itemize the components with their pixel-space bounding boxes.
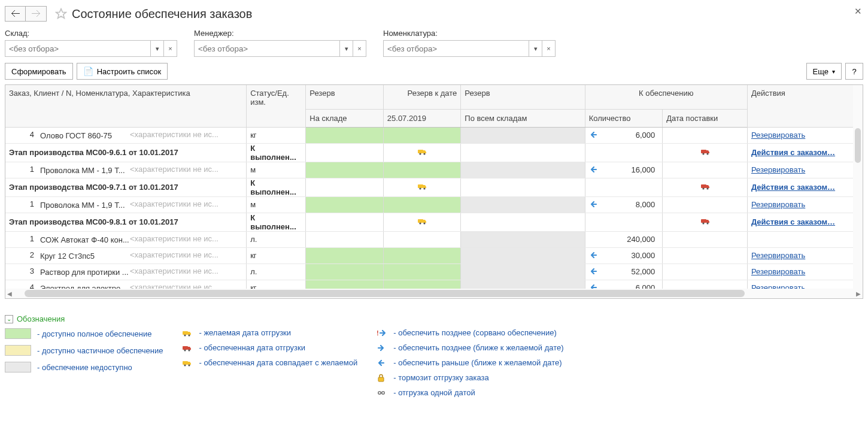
legend-text: - отгрузка одной датой: [393, 388, 475, 397]
link-icon: [375, 389, 387, 397]
lock-icon: [375, 374, 387, 382]
filter-warehouse-input[interactable]: [5, 40, 151, 57]
col-order[interactable]: Заказ, Клиент / N, Номенклатура, Характе…: [5, 85, 247, 127]
table-row[interactable]: 3Раствор для протирки ...<характеристики…: [5, 264, 854, 280]
legend-collapse-icon[interactable]: ⌄: [5, 315, 13, 323]
col-reserve3[interactable]: Резерв: [461, 85, 585, 109]
legend-text: - обеспечение недоступно: [37, 363, 132, 372]
legend-text: - доступно полное обеспечение: [37, 329, 152, 338]
chevron-down-icon: ▾: [832, 68, 835, 75]
legend: ⌄ Обозначения - доступно полное обеспече…: [5, 314, 863, 397]
reserve-link[interactable]: Резервировать: [751, 131, 805, 140]
table-row[interactable]: 1Проволока ММ - 1,9 Т...<характеристики …: [5, 162, 854, 178]
col-reserve-date[interactable]: 25.07.2019: [383, 109, 461, 127]
filter-item-label: Номенклатура:: [383, 29, 556, 38]
filter-item: Номенклатура: ▾ ×: [383, 29, 556, 57]
legend-title: Обозначения: [17, 314, 65, 323]
arrow-alert-icon: !: [375, 329, 387, 337]
favorite-star-icon[interactable]: [55, 8, 67, 20]
col-actions[interactable]: Действия: [747, 85, 854, 127]
legend-text: - желаемая дата отгрузки: [199, 328, 291, 337]
nav-forward-button[interactable]: 🡢: [26, 6, 47, 22]
swatch-yellow: [5, 345, 31, 356]
filter-manager-clear[interactable]: ×: [353, 40, 366, 57]
reserve-link[interactable]: Резервировать: [751, 251, 805, 260]
col-to-supply[interactable]: К обеспечению: [585, 85, 747, 109]
svg-marker-7: [56, 9, 66, 19]
reserve-link[interactable]: Резервировать: [751, 165, 805, 174]
legend-text: - обеспеченная дата отгрузки: [199, 343, 305, 352]
nav-back-button[interactable]: 🡠: [5, 6, 26, 22]
table-row[interactable]: 1Проволока ММ - 1,9 Т...<характеристики …: [5, 196, 854, 213]
filter-manager-label: Менеджер:: [194, 29, 366, 38]
legend-text: - обеспечить раньше (ближе к желаемой да…: [393, 358, 562, 367]
customize-list-button[interactable]: 📄Настроить список: [77, 63, 168, 80]
arrow-left-icon: [375, 359, 387, 367]
help-button-label: ?: [852, 67, 856, 76]
reserve-link[interactable]: Резервировать: [751, 200, 805, 209]
horizontal-scrollbar[interactable]: ◀ ▶: [5, 289, 863, 298]
legend-text: - обеспеченная дата совпадает с желаемой: [199, 358, 357, 367]
more-button-label: Еще: [813, 67, 828, 76]
svg-text:!: !: [377, 329, 379, 337]
table-row[interactable]: 1СОЖ Автокат Ф-40 кон...<характеристики …: [5, 231, 854, 247]
page-title: Состояние обеспечения заказов: [72, 7, 252, 21]
truck-yellow-icon: [181, 329, 193, 337]
order-actions-link[interactable]: Действия с заказом…: [751, 148, 835, 157]
legend-text: - тормозит отгрузку заказа: [393, 373, 489, 382]
filter-item-input[interactable]: [383, 40, 529, 57]
customize-list-label: Настроить список: [97, 67, 162, 76]
swatch-gray: [5, 362, 31, 373]
generate-button[interactable]: Сформировать: [5, 63, 73, 80]
table-row[interactable]: 4Олово ГОСТ 860-75<характеристики не ис.…: [5, 127, 854, 143]
legend-text: - обеспечить позднее (сорвано обеспечени…: [393, 328, 557, 337]
vertical-scrollbar[interactable]: [853, 85, 863, 289]
col-reserve[interactable]: Резерв: [306, 85, 384, 109]
filter-warehouse-dropdown[interactable]: ▾: [151, 40, 164, 57]
col-delivery-date[interactable]: Дата поставки: [663, 109, 748, 127]
col-all-wh[interactable]: По всем складам: [461, 109, 585, 127]
gear-icon: 📄: [83, 66, 93, 76]
arrow-right-icon: [375, 344, 387, 352]
col-reserve-by-date[interactable]: Резерв к дате: [383, 85, 461, 109]
order-actions-link[interactable]: Действия с заказом…: [751, 183, 835, 192]
truck-mixed-icon: [181, 359, 193, 367]
help-button[interactable]: ?: [845, 63, 863, 80]
order-actions-link[interactable]: Действия с заказом…: [751, 217, 835, 226]
table-group-row[interactable]: Этап производства МС00-9.6.1 от 10.01.20…: [5, 143, 854, 162]
col-status[interactable]: Статус/Ед. изм.: [247, 85, 306, 127]
legend-text: - обеспечить позднее (ближе к желаемой д…: [393, 343, 563, 352]
filter-manager-dropdown[interactable]: ▾: [340, 40, 353, 57]
filter-warehouse: Склад: ▾ ×: [5, 29, 177, 57]
table-group-row[interactable]: Этап производства МС00-9.7.1 от 10.01.20…: [5, 178, 854, 196]
truck-red-icon: [181, 344, 193, 352]
filter-manager: Менеджер: ▾ ×: [194, 29, 366, 57]
filter-item-clear[interactable]: ×: [542, 40, 556, 57]
reserve-link[interactable]: Резервировать: [751, 267, 805, 276]
orders-table: Заказ, Клиент / N, Номенклатура, Характе…: [5, 84, 863, 299]
filter-item-dropdown[interactable]: ▾: [529, 40, 542, 57]
generate-button-label: Сформировать: [11, 67, 66, 76]
col-reserve-on-stock[interactable]: На складе: [306, 109, 384, 127]
filter-warehouse-label: Склад:: [5, 29, 177, 38]
legend-text: - доступно частичное обеспечение: [37, 346, 163, 355]
swatch-green: [5, 328, 31, 339]
more-button[interactable]: Еще ▾: [806, 63, 842, 80]
table-group-row[interactable]: Этап производства МС00-9.8.1 от 10.01.20…: [5, 213, 854, 231]
filter-warehouse-clear[interactable]: ×: [164, 40, 177, 57]
filter-manager-input[interactable]: [194, 40, 340, 57]
close-icon[interactable]: ✕: [854, 6, 862, 17]
col-qty[interactable]: Количество: [585, 109, 663, 127]
table-row[interactable]: 2Круг 12 Ст3пс5<характеристики не ис...к…: [5, 247, 854, 264]
